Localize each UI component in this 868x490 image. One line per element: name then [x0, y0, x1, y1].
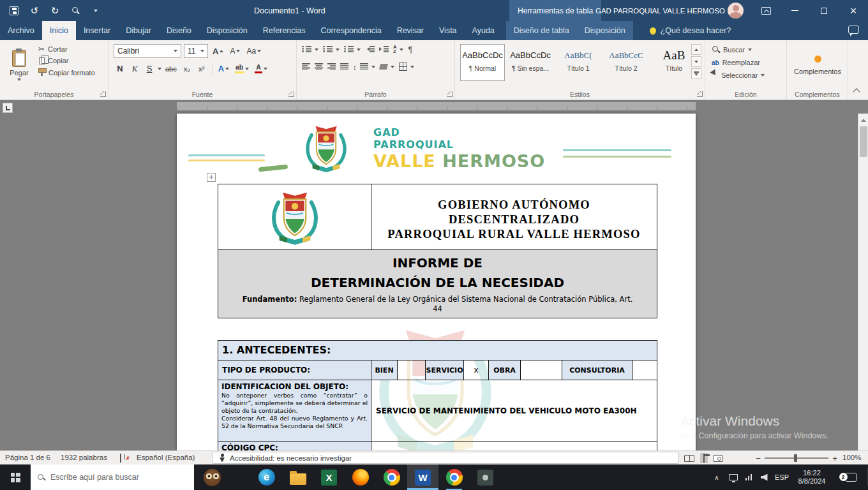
redo-button[interactable]: ↻	[46, 0, 64, 21]
save-button[interactable]	[5, 0, 23, 21]
table-move-handle[interactable]: +	[207, 173, 216, 182]
page-count[interactable]: Página 1 de 6	[5, 454, 50, 461]
copy-button[interactable]: Copiar	[38, 57, 95, 64]
italic-button[interactable]: K	[128, 62, 141, 75]
cut-button[interactable]: ✂Cortar	[38, 45, 95, 53]
font-size-combo[interactable]: 11	[184, 44, 208, 58]
zoom-level[interactable]: 100%	[842, 454, 861, 461]
styles-more-button[interactable]	[691, 68, 701, 79]
language-status[interactable]: Español (España)	[137, 454, 195, 461]
tab-ayuda[interactable]: Ayuda	[465, 21, 502, 40]
scroll-thumb[interactable]	[860, 126, 867, 157]
multilevel-list-button[interactable]	[344, 46, 361, 53]
bold-button[interactable]: N	[114, 62, 126, 75]
bien-checkbox-cell[interactable]	[398, 360, 426, 380]
taskbar-app-edge[interactable]: e	[251, 464, 282, 490]
tipo-label-cell[interactable]: TIPO DE PRODUCTO:	[218, 360, 371, 380]
taskbar-app-chrome[interactable]	[376, 464, 407, 490]
consultoria-checkbox-cell[interactable]	[632, 360, 657, 380]
taskbar-app-other[interactable]	[470, 464, 501, 490]
style-titulo-1[interactable]: AaBbC( Título 1	[556, 44, 601, 81]
underline-button[interactable]: S	[143, 62, 156, 75]
servicio-checkbox-cell[interactable]: x	[464, 360, 489, 380]
select-button[interactable]: Seleccionar	[712, 71, 765, 79]
find-button[interactable]: Buscar	[712, 45, 765, 54]
taskbar-app-explorer[interactable]	[282, 464, 313, 490]
comments-button[interactable]	[839, 21, 868, 40]
align-right-icon[interactable]	[327, 63, 336, 70]
scroll-up-button[interactable]	[858, 115, 868, 125]
dialog-launcher-icon[interactable]	[100, 91, 106, 97]
maximize-button[interactable]	[814, 0, 834, 21]
taskbar-search[interactable]	[31, 464, 194, 490]
ribbon-display-options-button[interactable]	[756, 0, 775, 21]
word-count[interactable]: 1932 palabras	[61, 454, 107, 461]
addins-button[interactable]: Complementos	[792, 45, 843, 85]
tab-disposicion[interactable]: Disposición	[199, 21, 255, 40]
opcion-bien[interactable]: BIEN	[371, 360, 398, 380]
antecedentes-header[interactable]: 1. ANTECEDENTES:	[218, 341, 657, 360]
tray-clock[interactable]: 16:22 8/8/2024	[793, 464, 830, 490]
font-family-combo[interactable]: Calibri	[114, 44, 181, 58]
start-button[interactable]	[0, 464, 31, 490]
style-sin-espaciado[interactable]: AaBbCcDc ¶ Sin espa...	[508, 44, 553, 81]
vertical-scrollbar[interactable]	[858, 114, 868, 450]
paste-button[interactable]: Pegar	[4, 43, 34, 87]
objeto-value-cell[interactable]: SERVICIO DE MANTENIMIENTO DEL VEHICULO M…	[371, 380, 657, 441]
numbering-button[interactable]	[323, 46, 340, 53]
bullets-button[interactable]	[302, 46, 318, 53]
subscript-button[interactable]: x₂	[181, 62, 193, 75]
pilcrow-icon[interactable]: ¶	[408, 45, 412, 54]
replace-button[interactable]: abReemplazar	[712, 59, 765, 66]
taskbar-app-word[interactable]: W	[407, 464, 438, 490]
print-layout-button[interactable]	[700, 453, 708, 463]
report-title-cell[interactable]: INFORME DE DETERMINACIÓN DE LA NECESIDAD…	[218, 250, 657, 318]
font-color-button[interactable]: A	[253, 62, 269, 75]
borders-button[interactable]	[399, 63, 414, 71]
opcion-obra[interactable]: OBRA	[489, 360, 521, 380]
line-spacing-button[interactable]: ↕	[353, 63, 375, 71]
tab-vista[interactable]: Vista	[431, 21, 465, 40]
zoom-slider[interactable]	[765, 457, 828, 459]
styles-scroll-down-button[interactable]	[691, 56, 701, 67]
proofing-status[interactable]: ✗	[120, 454, 121, 462]
dialog-launcher-icon[interactable]	[697, 91, 703, 97]
taskbar-app-owl[interactable]	[197, 464, 228, 490]
style-titulo[interactable]: AaB Título	[652, 44, 696, 81]
minimize-button[interactable]	[785, 0, 804, 21]
change-case-button[interactable]: Aa	[244, 45, 263, 58]
tray-show-hidden-icons[interactable]: ∧	[710, 464, 724, 490]
align-center-icon[interactable]	[315, 63, 323, 70]
shading-button[interactable]	[380, 64, 394, 70]
tab-diseno[interactable]: Diseño	[159, 21, 199, 40]
qat-customize-button[interactable]	[87, 0, 105, 21]
opcion-servicio[interactable]: SERVICIO	[426, 360, 464, 380]
opcion-consultoria[interactable]: CONSULTORIA	[562, 360, 632, 380]
format-painter-button[interactable]: Copiar formato	[38, 68, 95, 77]
tab-referencias[interactable]: Referencias	[255, 21, 313, 40]
styles-scroll-up-button[interactable]	[691, 44, 701, 55]
text-effects-button[interactable]: A	[216, 62, 231, 75]
collapse-ribbon-icon[interactable]	[853, 88, 860, 95]
taskbar-app-chrome-2[interactable]	[438, 464, 470, 490]
read-mode-icon[interactable]	[684, 455, 694, 462]
zoom-out-button[interactable]: −	[753, 451, 763, 465]
accessibility-status[interactable]: Accesibilidad: es necesario investigar	[212, 452, 679, 464]
document-page[interactable]: GAD PARROQUIAL VALLE HERMOSO + GOBIERNO …	[177, 114, 696, 450]
web-layout-icon[interactable]	[714, 455, 722, 462]
tray-monitor[interactable]	[726, 464, 740, 490]
sort-button[interactable]: AZ	[393, 45, 403, 54]
dialog-launcher-icon[interactable]	[447, 91, 453, 97]
obra-checkbox-cell[interactable]	[521, 360, 562, 380]
dialog-launcher-icon[interactable]	[288, 91, 294, 97]
org-title-cell[interactable]: GOBIERNO AUTÓNOMO DESCENTRALIZADO PARROQ…	[371, 184, 657, 249]
tray-volume[interactable]	[757, 464, 771, 490]
codigo-cpc-value-cell[interactable]	[371, 442, 657, 450]
strikethrough-button[interactable]: abc	[163, 62, 179, 75]
decrease-indent-icon[interactable]	[365, 46, 375, 53]
search-input[interactable]	[50, 473, 188, 482]
tell-me-box[interactable]: ¿Qué desea hacer?	[643, 21, 738, 40]
tab-revisar[interactable]: Revisar	[389, 21, 431, 40]
superscript-button[interactable]: x²	[195, 62, 208, 75]
zoom-thumb[interactable]	[794, 454, 797, 462]
